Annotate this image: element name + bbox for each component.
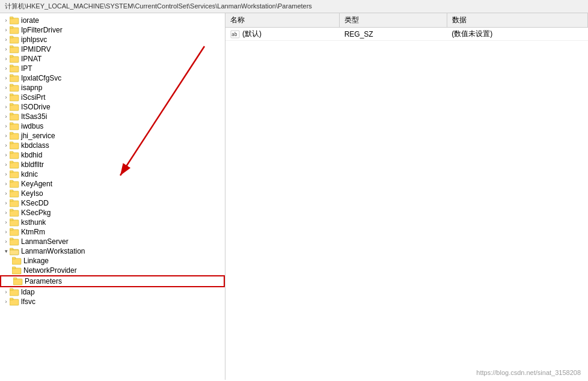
col-data: 数据 <box>447 13 587 28</box>
tree-item-IpxlatCfgSvc[interactable]: › IpxlatCfgSvc <box>0 73 225 83</box>
tree-expander-ISODrive[interactable]: › <box>0 104 10 110</box>
tree-item-ldap[interactable]: › ldap <box>0 287 225 297</box>
tree-item-LanmanServer[interactable]: › LanmanServer <box>0 237 225 246</box>
tree-item-LanmanWorkstation[interactable]: ▾ LanmanWorkstation <box>0 246 225 256</box>
tree-item-ksthunk[interactable]: › ksthunk <box>0 218 225 227</box>
tree-expander-ksthunk[interactable]: › <box>0 219 10 225</box>
svg-rect-2 <box>10 28 19 34</box>
tree-expander-IpxlatCfgSvc[interactable]: › <box>0 75 10 81</box>
tree-item-Linkage[interactable]: › Linkage <box>0 256 225 266</box>
tree-item-IpFilterDriver[interactable]: › IpFilterDriver <box>0 25 225 35</box>
tree-label-IPT: IPT <box>21 64 32 73</box>
reg-name-0: (默认) <box>242 29 262 39</box>
folder-icon-lfsvc <box>10 297 19 306</box>
tree-expander-lfsvc[interactable]: › <box>0 299 10 305</box>
tree-expander-kbldflltr[interactable]: › <box>0 162 10 168</box>
registry-row-0[interactable]: ab (默认)REG_SZ(数值未设置) <box>225 28 588 41</box>
tree-item-KtmRm[interactable]: › KtmRm <box>0 227 225 237</box>
tree-expander-iwdbus[interactable]: › <box>0 123 10 129</box>
tree-expander-iScsiPrt[interactable]: › <box>0 94 10 100</box>
tree-expander-ItSas35i[interactable]: › <box>0 114 10 120</box>
tree-item-KeyAgent[interactable]: › KeyAgent <box>0 179 225 189</box>
svg-rect-42 <box>10 220 19 226</box>
svg-rect-9 <box>10 55 13 57</box>
tree-item-ItSas35i[interactable]: › ItSas35i <box>0 112 225 121</box>
tree-label-kbldflltr: kbldflltr <box>21 160 44 169</box>
tree-expander-iorate[interactable]: › <box>0 17 10 23</box>
tree-item-kbdhid[interactable]: › kbdhid <box>0 150 225 160</box>
folder-icon-iwdbus <box>10 122 19 130</box>
svg-rect-30 <box>10 162 19 168</box>
svg-rect-25 <box>10 132 13 134</box>
tree-item-kbldflltr[interactable]: › kbldflltr <box>0 160 225 169</box>
tree-item-isapnp[interactable]: › isapnp <box>0 83 225 93</box>
tree-expander-LanmanWorkstation[interactable]: ▾ <box>0 248 10 254</box>
tree-item-NetworkProvider[interactable]: › NetworkProvider <box>0 266 225 275</box>
tree-expander-IpFilterDriver[interactable]: › <box>0 27 10 33</box>
tree-label-isapnp: isapnp <box>21 84 42 92</box>
tree-item-kbdclass[interactable]: › kbdclass <box>0 141 225 150</box>
registry-values-panel[interactable]: 名称 类型 数据 ab (默认)REG_SZ(数值未设置) <box>225 13 588 380</box>
tree-expander-isapnp[interactable]: › <box>0 85 10 91</box>
folder-icon-kbdclass <box>10 141 19 150</box>
tree-expander-iphlpsvc[interactable]: › <box>0 37 10 43</box>
tree-expander-KSecDD[interactable]: › <box>0 200 10 206</box>
svg-rect-4 <box>10 37 19 43</box>
svg-rect-26 <box>10 143 19 149</box>
tree-expander-LanmanServer[interactable]: › <box>0 239 10 245</box>
tree-expander-IPNAT[interactable]: › <box>0 56 10 62</box>
tree-item-jhi_service[interactable]: › jhi_service <box>0 131 225 141</box>
tree-label-jhi_service: jhi_service <box>21 132 55 140</box>
svg-rect-38 <box>10 201 19 207</box>
svg-rect-41 <box>10 209 13 211</box>
tree-label-kbdhid: kbdhid <box>21 151 42 159</box>
tree-item-iorate[interactable]: › iorate <box>0 16 225 25</box>
tree-scroll-area[interactable]: › iorate› IpFilterDriver› iphlpsvc› IPMI… <box>0 13 225 380</box>
folder-icon-iorate <box>10 16 19 25</box>
tree-item-iphlpsvc[interactable]: › iphlpsvc <box>0 35 225 44</box>
svg-rect-22 <box>10 124 19 130</box>
svg-rect-14 <box>10 85 19 91</box>
tree-item-lfsvc[interactable]: › lfsvc <box>0 297 225 306</box>
tree-expander-IPT[interactable]: › <box>0 66 10 72</box>
tree-expander-NetworkProvider[interactable]: › <box>0 267 12 273</box>
tree-item-IPNAT[interactable]: › IPNAT <box>0 54 225 64</box>
folder-icon-kdnic <box>10 170 19 178</box>
svg-rect-23 <box>10 123 13 124</box>
tree-item-kdnic[interactable]: › kdnic <box>0 169 225 179</box>
tree-label-IpxlatCfgSvc: IpxlatCfgSvc <box>21 74 61 82</box>
tree-expander-ldap[interactable]: › <box>0 289 10 295</box>
tree-item-KeyIso[interactable]: › KeyIso <box>0 189 225 198</box>
tree-item-IPT[interactable]: › IPT <box>0 64 225 73</box>
tree-item-Parameters[interactable]: › Parameters <box>0 275 225 287</box>
tree-item-iScsiPrt[interactable]: › iScsiPrt <box>0 93 225 102</box>
svg-rect-47 <box>10 238 13 240</box>
tree-expander-kbdhid[interactable]: › <box>0 152 10 158</box>
svg-rect-35 <box>10 180 13 182</box>
tree-expander-KtmRm[interactable]: › <box>0 229 10 235</box>
tree-expander-KeyIso[interactable]: › <box>0 190 10 197</box>
tree-label-iorate: iorate <box>21 16 39 25</box>
tree-expander-KeyAgent[interactable]: › <box>0 181 10 187</box>
svg-rect-24 <box>10 133 19 139</box>
tree-label-LanmanServer: LanmanServer <box>21 237 69 246</box>
tree-expander-Parameters[interactable]: › <box>1 278 13 284</box>
svg-rect-49 <box>10 248 13 250</box>
tree-item-iwdbus[interactable]: › iwdbus <box>0 121 225 131</box>
tree-expander-kbdclass[interactable]: › <box>0 142 10 148</box>
svg-rect-44 <box>10 230 19 236</box>
tree-item-IPMIDRV[interactable]: › IPMIDRV <box>0 44 225 54</box>
tree-label-KtmRm: KtmRm <box>21 228 45 236</box>
svg-rect-39 <box>10 200 13 201</box>
tree-expander-jhi_service[interactable]: › <box>0 133 10 139</box>
tree-item-KSecDD[interactable]: › KSecDD <box>0 198 225 208</box>
svg-rect-11 <box>10 65 13 67</box>
tree-expander-kdnic[interactable]: › <box>0 171 10 177</box>
tree-item-ISODrive[interactable]: › ISODrive <box>0 102 225 112</box>
tree-label-IpFilterDriver: IpFilterDriver <box>21 26 63 34</box>
tree-label-LanmanWorkstation: LanmanWorkstation <box>21 247 85 255</box>
tree-item-KSecPkg[interactable]: › KSecPkg <box>0 208 225 218</box>
tree-expander-KSecPkg[interactable]: › <box>0 210 10 216</box>
tree-expander-IPMIDRV[interactable]: › <box>0 46 10 52</box>
tree-expander-Linkage[interactable]: › <box>0 258 12 264</box>
